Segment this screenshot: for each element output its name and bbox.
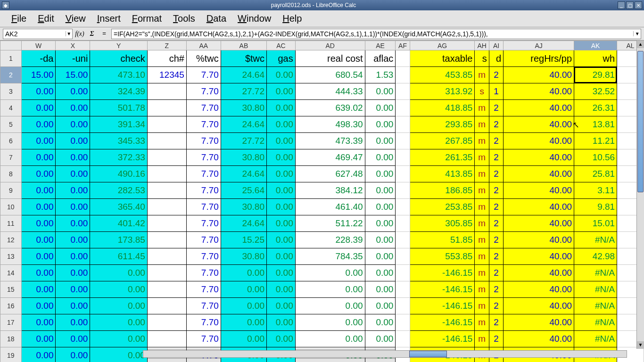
col-header-AC[interactable]: AC <box>267 41 296 50</box>
cell-AI9[interactable]: 2 <box>489 182 503 199</box>
header-cell-AH[interactable]: s <box>475 50 489 67</box>
cell-AB14[interactable]: 0.00 <box>221 265 266 281</box>
cell-AH7[interactable]: m <box>475 149 489 166</box>
cell-AD14[interactable]: 0.00 <box>295 265 365 281</box>
cell-AE9[interactable]: 0.00 <box>365 182 396 199</box>
cell-Z4[interactable] <box>147 100 186 116</box>
cell-AJ17[interactable]: 40.00 <box>504 314 574 331</box>
cell-AG13[interactable]: 553.85 <box>410 248 475 265</box>
cell-AK11[interactable]: 15.01 <box>574 215 617 232</box>
cell-AK7[interactable]: 10.56 <box>574 149 617 166</box>
cell-AA5[interactable]: 7.70 <box>186 116 221 133</box>
cell-AI13[interactable]: 2 <box>489 248 503 265</box>
cell-AH16[interactable]: m <box>475 298 489 314</box>
cell-AA15[interactable]: 7.70 <box>186 281 221 298</box>
cell-AJ16[interactable]: 40.00 <box>504 298 574 314</box>
cell-AD3[interactable]: 444.33 <box>295 83 365 100</box>
cell-AF17[interactable] <box>396 314 410 331</box>
cell-AJ4[interactable]: 40.00 <box>504 100 574 116</box>
cell-AC14[interactable]: 0.00 <box>267 265 296 281</box>
row-header-12[interactable]: 12 <box>0 232 22 248</box>
menu-data[interactable]: Data <box>201 11 232 26</box>
sum-icon[interactable]: Σ <box>87 29 97 39</box>
cell-Z13[interactable] <box>147 248 186 265</box>
row-header-9[interactable]: 9 <box>0 182 22 199</box>
cell-AC8[interactable]: 0.00 <box>267 166 296 182</box>
cell-AD13[interactable]: 784.35 <box>295 248 365 265</box>
cell-AG3[interactable]: 313.92 <box>410 83 475 100</box>
header-cell-AA[interactable]: %twc <box>186 50 221 67</box>
row-header-18[interactable]: 18 <box>0 331 22 347</box>
cell-Y19[interactable]: 0.00 <box>90 347 148 362</box>
cell-Z16[interactable] <box>147 298 186 314</box>
cell-AJ7[interactable]: 40.00 <box>504 149 574 166</box>
cell-AK3[interactable]: 32.52 <box>574 83 617 100</box>
minimize-button[interactable]: _ <box>618 1 625 9</box>
row-header-2[interactable]: 2 <box>0 67 22 83</box>
app-menu-icon[interactable]: ◆ <box>2 1 9 9</box>
cell-AJ5[interactable]: 40.00 <box>504 116 574 133</box>
header-cell-X[interactable]: -uni <box>56 50 90 67</box>
cell-AK16[interactable]: #N/A <box>574 298 617 314</box>
vertical-scrollbar[interactable]: ▲ ▼ <box>636 41 644 349</box>
cell-AB16[interactable]: 0.00 <box>221 298 266 314</box>
cell-AC18[interactable]: 0.00 <box>267 331 296 347</box>
cell-Y17[interactable]: 0.00 <box>90 314 148 331</box>
cell-AG7[interactable]: 261.35 <box>410 149 475 166</box>
cell-AF16[interactable] <box>396 298 410 314</box>
cell-AA18[interactable]: 7.70 <box>186 331 221 347</box>
cell-AF9[interactable] <box>396 182 410 199</box>
header-cell-AK[interactable]: wh <box>574 50 617 67</box>
cell-AC2[interactable]: 0.00 <box>267 67 296 83</box>
cell-AD10[interactable]: 461.40 <box>295 199 365 215</box>
cell-AC10[interactable]: 0.00 <box>267 199 296 215</box>
cell-AI18[interactable]: 2 <box>489 331 503 347</box>
vertical-scroll-thumb[interactable] <box>637 51 644 192</box>
cell-X18[interactable]: 0.00 <box>56 331 90 347</box>
cell-AF10[interactable] <box>396 199 410 215</box>
cell-AK12[interactable]: #N/A <box>574 232 617 248</box>
cell-AB15[interactable]: 0.00 <box>221 281 266 298</box>
col-header-AF[interactable]: AF <box>396 41 410 50</box>
cell-AE17[interactable]: 0.00 <box>365 314 396 331</box>
row-header-11[interactable]: 11 <box>0 215 22 232</box>
cell-W15[interactable]: 0.00 <box>21 281 56 298</box>
header-cell-AC[interactable]: gas <box>267 50 296 67</box>
cell-AA10[interactable]: 7.70 <box>186 199 221 215</box>
cell-AB6[interactable]: 27.72 <box>221 133 266 149</box>
cell-AE6[interactable]: 0.00 <box>365 133 396 149</box>
col-header-W[interactable]: W <box>21 41 56 50</box>
cell-X4[interactable]: 0.00 <box>56 100 90 116</box>
cell-Y11[interactable]: 401.42 <box>90 215 148 232</box>
cell-AH14[interactable]: m <box>475 265 489 281</box>
cell-AE10[interactable]: 0.00 <box>365 199 396 215</box>
row-header-5[interactable]: 5 <box>0 116 22 133</box>
header-cell-Y[interactable]: check <box>90 50 148 67</box>
cell-AF4[interactable] <box>396 100 410 116</box>
cell-W8[interactable]: 0.00 <box>21 166 56 182</box>
menu-help[interactable]: Help <box>277 11 307 26</box>
header-cell-AB[interactable]: $twc <box>221 50 266 67</box>
cell-AG18[interactable]: -146.15 <box>410 331 475 347</box>
formula-input-wrap[interactable]: ▼ <box>111 29 641 39</box>
cell-Y10[interactable]: 365.40 <box>90 199 148 215</box>
row-header-4[interactable]: 4 <box>0 100 22 116</box>
row-header-19[interactable]: 19 <box>0 347 22 362</box>
cell-Y8[interactable]: 490.16 <box>90 166 148 182</box>
cell-AF3[interactable] <box>396 83 410 100</box>
cell-AB7[interactable]: 30.80 <box>221 149 266 166</box>
cell-W12[interactable]: 0.00 <box>21 232 56 248</box>
cell-W11[interactable]: 0.00 <box>21 215 56 232</box>
menu-tools[interactable]: Tools <box>167 11 201 26</box>
cell-AI2[interactable]: 2 <box>489 67 503 83</box>
cell-AI17[interactable]: 2 <box>489 314 503 331</box>
name-box-input[interactable] <box>3 30 66 38</box>
cell-W17[interactable]: 0.00 <box>21 314 56 331</box>
function-wizard-icon[interactable]: f(x) <box>74 29 85 39</box>
cell-AF11[interactable] <box>396 215 410 232</box>
cell-AC4[interactable]: 0.00 <box>267 100 296 116</box>
cell-AC17[interactable]: 0.00 <box>267 314 296 331</box>
menu-insert[interactable]: Insert <box>91 11 126 26</box>
cell-AC11[interactable]: 0.00 <box>267 215 296 232</box>
cell-Z18[interactable] <box>147 331 186 347</box>
